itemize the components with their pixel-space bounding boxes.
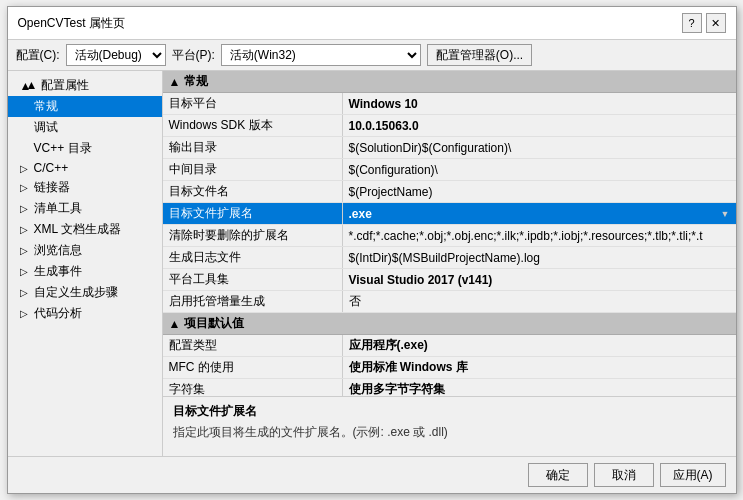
cancel-button[interactable]: 取消 xyxy=(594,463,654,487)
desc-title: 目标文件扩展名 xyxy=(173,403,726,420)
prop-name-platform-toolset: 平台工具集 xyxy=(163,269,343,290)
sidebar-item-custom-build-label: 自定义生成步骤 xyxy=(34,284,118,301)
sidebar-item-custom-build[interactable]: ▷ 自定义生成步骤 xyxy=(8,282,162,303)
sidebar-item-general[interactable]: 常规 xyxy=(8,96,162,117)
platform-label: 平台(P): xyxy=(172,47,215,64)
build-events-arrow-icon: ▷ xyxy=(20,266,30,277)
prop-value-charset[interactable]: 使用多字节字符集 xyxy=(343,379,736,396)
dropdown-arrow-icon: ▼ xyxy=(721,209,730,219)
sidebar-item-browse-label: 浏览信息 xyxy=(34,242,82,259)
props-table: ▲ 常规 目标平台 Windows 10 Windows SDK 版本 10.0… xyxy=(163,71,736,396)
section-general-header[interactable]: ▲ 常规 xyxy=(163,71,736,93)
section-defaults-title: 项目默认值 xyxy=(184,315,244,332)
prop-value-target-name[interactable]: $(ProjectName) xyxy=(343,181,736,202)
dialog-title: OpenCVTest 属性页 xyxy=(18,15,125,32)
main-content: ▲ ▲ 配置属性 常规 调试 VC++ 目录 ▷ C/C++ ▷ 链接器 ▷ xyxy=(8,71,736,456)
table-row: 平台工具集 Visual Studio 2017 (v141) xyxy=(163,269,736,291)
section-defaults-collapse-icon: ▲ xyxy=(169,317,181,331)
sidebar-item-cpp[interactable]: ▷ C/C++ xyxy=(8,159,162,177)
prop-value-mfc-use[interactable]: 使用标准 Windows 库 xyxy=(343,357,736,378)
prop-name-target-ext: 目标文件扩展名 xyxy=(163,203,343,224)
prop-value-managed-incremental[interactable]: 否 xyxy=(343,291,736,312)
prop-value-platform-toolset[interactable]: Visual Studio 2017 (v141) xyxy=(343,269,736,290)
linker-arrow-icon: ▷ xyxy=(20,182,30,193)
sidebar-item-build-events-label: 生成事件 xyxy=(34,263,82,280)
prop-name-sdk-version: Windows SDK 版本 xyxy=(163,115,343,136)
prop-name-output-dir: 输出目录 xyxy=(163,137,343,158)
prop-name-target-platform: 目标平台 xyxy=(163,93,343,114)
prop-value-output-dir[interactable]: $(SolutionDir)$(Configuration)\ xyxy=(343,137,736,158)
desc-text: 指定此项目将生成的文件扩展名。(示例: .exe 或 .dll) xyxy=(173,424,726,441)
table-row: 配置类型 应用程序(.exe) xyxy=(163,335,736,357)
browse-arrow-icon: ▷ xyxy=(20,245,30,256)
main-dialog: OpenCVTest 属性页 ? ✕ 配置(C): 活动(Debug) 平台(P… xyxy=(7,6,737,494)
sidebar-item-linker-label: 链接器 xyxy=(34,179,70,196)
config-label: 配置(C): xyxy=(16,47,60,64)
apply-button[interactable]: 应用(A) xyxy=(660,463,726,487)
prop-name-config-type: 配置类型 xyxy=(163,335,343,356)
right-panel: ▲ 常规 目标平台 Windows 10 Windows SDK 版本 10.0… xyxy=(163,71,736,456)
sidebar-item-linker[interactable]: ▷ 链接器 xyxy=(8,177,162,198)
sidebar-item-xml-label: XML 文档生成器 xyxy=(34,221,122,238)
prop-name-managed-incremental: 启用托管增量生成 xyxy=(163,291,343,312)
table-row: 启用托管增量生成 否 xyxy=(163,291,736,313)
prop-value-intermediate-dir[interactable]: $(Configuration)\ xyxy=(343,159,736,180)
bottom-buttons: 确定 取消 应用(A) xyxy=(8,456,736,493)
ok-button[interactable]: 确定 xyxy=(528,463,588,487)
table-row: 生成日志文件 $(IntDir)$(MSBuildProjectName).lo… xyxy=(163,247,736,269)
sidebar-item-xml[interactable]: ▷ XML 文档生成器 xyxy=(8,219,162,240)
prop-name-mfc-use: MFC 的使用 xyxy=(163,357,343,378)
title-bar-buttons: ? ✕ xyxy=(682,13,726,33)
help-button[interactable]: ? xyxy=(682,13,702,33)
prop-name-charset: 字符集 xyxy=(163,379,343,396)
sidebar-item-manifest[interactable]: ▷ 清单工具 xyxy=(8,198,162,219)
sidebar-item-vc-dirs-label: VC++ 目录 xyxy=(34,140,92,157)
table-row: 目标文件名 $(ProjectName) xyxy=(163,181,736,203)
sidebar-item-code-analysis[interactable]: ▷ 代码分析 xyxy=(8,303,162,324)
sidebar-item-manifest-label: 清单工具 xyxy=(34,200,82,217)
sidebar-item-vc-dirs[interactable]: VC++ 目录 xyxy=(8,138,162,159)
prop-name-clean-ext: 清除时要删除的扩展名 xyxy=(163,225,343,246)
sidebar-item-browse[interactable]: ▷ 浏览信息 xyxy=(8,240,162,261)
prop-value-clean-ext[interactable]: *.cdf;*.cache;*.obj;*.obj.enc;*.ilk;*.ip… xyxy=(343,225,736,246)
table-row: 输出目录 $(SolutionDir)$(Configuration)\ xyxy=(163,137,736,159)
platform-select[interactable]: 活动(Win32) xyxy=(221,44,421,66)
section-defaults-header[interactable]: ▲ 项目默认值 xyxy=(163,313,736,335)
close-button[interactable]: ✕ xyxy=(706,13,726,33)
table-row: Windows SDK 版本 10.0.15063.0 xyxy=(163,115,736,137)
table-row: 中间目录 $(Configuration)\ xyxy=(163,159,736,181)
code-analysis-arrow-icon: ▷ xyxy=(20,308,30,319)
prop-value-target-ext[interactable]: .exe ▼ xyxy=(343,203,736,224)
target-ext-value: .exe xyxy=(349,207,372,221)
section-general-collapse-icon: ▲ xyxy=(169,75,181,89)
sidebar-item-debug[interactable]: 调试 xyxy=(8,117,162,138)
prop-value-target-platform[interactable]: Windows 10 xyxy=(343,93,736,114)
sidebar-item-code-analysis-label: 代码分析 xyxy=(34,305,82,322)
target-ext-dropdown: .exe ▼ xyxy=(349,207,730,221)
config-select[interactable]: 活动(Debug) xyxy=(66,44,166,66)
prop-name-target-name: 目标文件名 xyxy=(163,181,343,202)
table-row: MFC 的使用 使用标准 Windows 库 xyxy=(163,357,736,379)
description-panel: 目标文件扩展名 指定此项目将生成的文件扩展名。(示例: .exe 或 .dll) xyxy=(163,396,736,456)
table-row: 清除时要删除的扩展名 *.cdf;*.cache;*.obj;*.obj.enc… xyxy=(163,225,736,247)
prop-value-build-log[interactable]: $(IntDir)$(MSBuildProjectName).log xyxy=(343,247,736,268)
tree-section-config[interactable]: ▲ ▲ 配置属性 xyxy=(8,75,162,96)
section-general-title: 常规 xyxy=(184,73,208,90)
sidebar-item-general-label: 常规 xyxy=(34,98,58,115)
table-row-highlighted[interactable]: 目标文件扩展名 .exe ▼ xyxy=(163,203,736,225)
prop-value-config-type[interactable]: 应用程序(.exe) xyxy=(343,335,736,356)
xml-arrow-icon: ▷ xyxy=(20,224,30,235)
custom-build-arrow-icon: ▷ xyxy=(20,287,30,298)
table-row: 字符集 使用多字节字符集 xyxy=(163,379,736,396)
manager-button[interactable]: 配置管理器(O)... xyxy=(427,44,532,66)
prop-name-build-log: 生成日志文件 xyxy=(163,247,343,268)
prop-name-intermediate-dir: 中间目录 xyxy=(163,159,343,180)
sidebar-item-debug-label: 调试 xyxy=(34,119,58,136)
tree-section-label: ▲ 配置属性 xyxy=(25,77,88,94)
cpp-arrow-icon: ▷ xyxy=(20,163,30,174)
prop-value-sdk-version[interactable]: 10.0.15063.0 xyxy=(343,115,736,136)
title-bar: OpenCVTest 属性页 ? ✕ xyxy=(8,7,736,40)
sidebar-item-build-events[interactable]: ▷ 生成事件 xyxy=(8,261,162,282)
left-panel: ▲ ▲ 配置属性 常规 调试 VC++ 目录 ▷ C/C++ ▷ 链接器 ▷ xyxy=(8,71,163,456)
toolbar: 配置(C): 活动(Debug) 平台(P): 活动(Win32) 配置管理器(… xyxy=(8,40,736,71)
